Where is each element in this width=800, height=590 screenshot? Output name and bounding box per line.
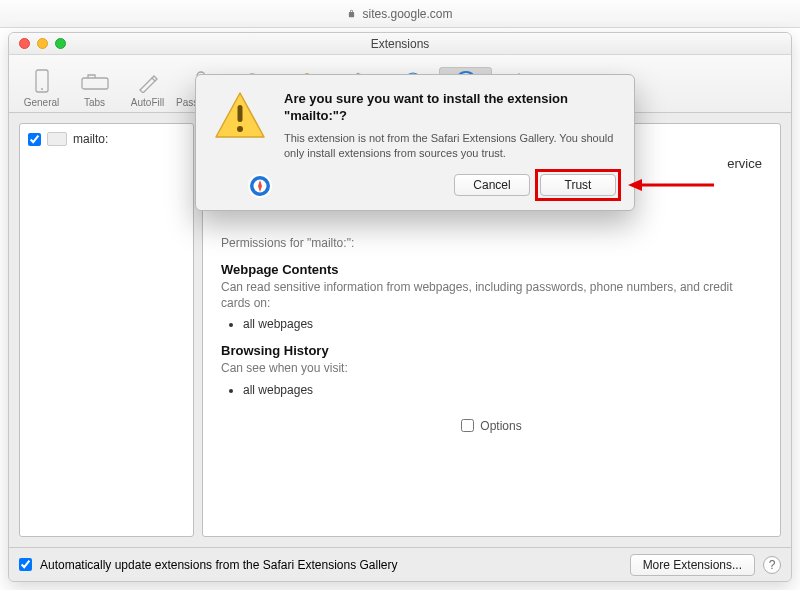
tab-general[interactable]: General xyxy=(15,67,68,112)
dialog-body-text: This extension is not from the Safari Ex… xyxy=(284,131,616,161)
more-extensions-button[interactable]: More Extensions... xyxy=(630,554,755,576)
section-webpage-contents-title: Webpage Contents xyxy=(221,262,762,277)
extension-row-mailto[interactable]: mailto: xyxy=(24,130,189,148)
dialog-heading: Are you sure you want to install the ext… xyxy=(284,91,616,125)
options-row[interactable]: Options xyxy=(221,419,762,433)
general-icon xyxy=(15,67,68,97)
extensions-sidebar: mailto: xyxy=(19,123,194,537)
install-confirm-dialog: Are you sure you want to install the ext… xyxy=(195,74,635,211)
trust-button[interactable]: Trust xyxy=(540,174,616,196)
tabs-icon xyxy=(68,67,121,97)
address-host: sites.google.com xyxy=(362,7,452,21)
svg-rect-13 xyxy=(238,105,243,122)
extension-enable-checkbox[interactable] xyxy=(28,133,41,146)
options-label: Options xyxy=(480,419,521,433)
tab-tabs[interactable]: Tabs xyxy=(68,67,121,112)
svg-point-14 xyxy=(237,126,243,132)
svg-point-1 xyxy=(41,88,43,90)
obscured-text-fragment: ervice xyxy=(727,156,762,171)
section-browsing-history-desc: Can see when you visit: xyxy=(221,360,762,376)
window-title: Extensions xyxy=(9,37,791,51)
safari-badge-icon xyxy=(248,174,272,198)
section-browsing-history-item: all webpages xyxy=(243,383,762,397)
options-checkbox[interactable] xyxy=(461,419,474,432)
extension-name-label: mailto: xyxy=(73,132,108,146)
lock-icon xyxy=(347,9,356,18)
extension-thumb-icon xyxy=(47,132,67,146)
warning-icon xyxy=(214,91,270,196)
bottom-bar: Automatically update extensions from the… xyxy=(9,547,791,581)
browser-address-bar: sites.google.com xyxy=(0,0,800,28)
permissions-heading: Permissions for "mailto:": xyxy=(221,236,762,250)
auto-update-checkbox[interactable] xyxy=(19,558,32,571)
tab-autofill[interactable]: AutoFill xyxy=(121,67,174,112)
section-browsing-history-title: Browsing History xyxy=(221,343,762,358)
section-webpage-contents-item: all webpages xyxy=(243,317,762,331)
help-button[interactable]: ? xyxy=(763,556,781,574)
cancel-button[interactable]: Cancel xyxy=(454,174,530,196)
section-webpage-contents-desc: Can read sensitive information from webp… xyxy=(221,279,762,311)
autofill-icon xyxy=(121,67,174,97)
window-titlebar: Extensions xyxy=(9,33,791,55)
auto-update-label: Automatically update extensions from the… xyxy=(40,558,398,572)
svg-rect-2 xyxy=(82,78,108,89)
